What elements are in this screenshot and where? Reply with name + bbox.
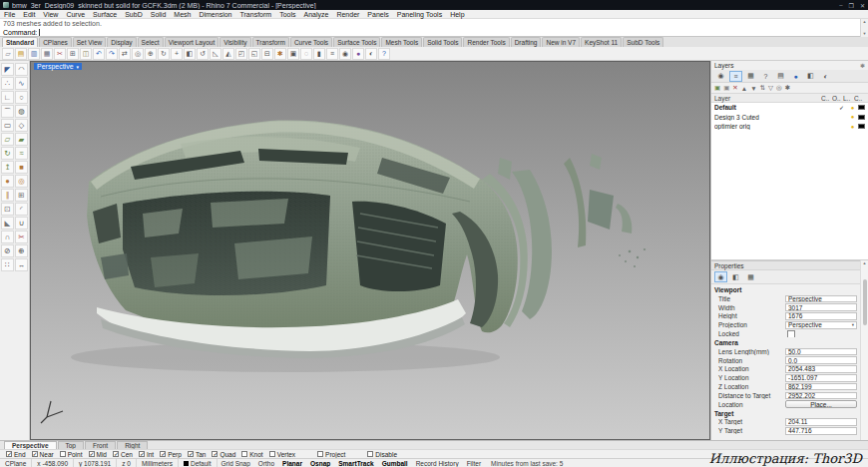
toolbar-tab[interactable]: Standard xyxy=(2,37,38,47)
osnap-toggle[interactable]: Tan xyxy=(188,451,206,458)
mesh-icon[interactable]: ⊞ xyxy=(15,189,28,202)
select-arrow-icon[interactable]: ◤ xyxy=(1,63,14,76)
sort-layers-icon[interactable]: ⇅ xyxy=(760,84,765,92)
menu-item[interactable]: Edit xyxy=(23,11,35,18)
scroll-up-icon[interactable]: ▲ xyxy=(863,20,867,24)
osnap-toggle[interactable]: Vertex xyxy=(269,451,295,458)
menu-item[interactable]: Paneling Tools xyxy=(397,11,442,18)
status-toggle[interactable]: Osnap xyxy=(306,460,334,467)
menu-item[interactable]: Panels xyxy=(367,11,388,18)
menu-item[interactable]: Transform xyxy=(240,11,272,18)
help-icon[interactable]: ? xyxy=(378,48,390,60)
property-value[interactable]: 50.0 xyxy=(785,348,857,356)
menu-item[interactable]: Curve xyxy=(66,11,85,18)
layer-color-swatch[interactable] xyxy=(858,124,865,129)
menu-item[interactable]: Dimension xyxy=(199,11,231,18)
move-icon[interactable]: + xyxy=(171,48,183,60)
menu-item[interactable]: SubD xyxy=(125,11,143,18)
pipe-icon[interactable]: ∥ xyxy=(1,189,14,202)
status-cell[interactable]: Default xyxy=(179,459,217,467)
boolean-union-icon[interactable]: ∪ xyxy=(15,217,28,230)
layer-manager-icon[interactable]: ≡ xyxy=(326,48,338,60)
move-layer-down-icon[interactable]: ▼ xyxy=(750,85,756,92)
toolbar-tab[interactable]: Render Tools xyxy=(463,37,509,47)
status-toggle[interactable]: Gumball xyxy=(378,460,412,467)
property-value[interactable]: Place... xyxy=(785,400,857,408)
rotate-view-icon[interactable]: ↻ xyxy=(158,48,170,60)
status-toggle[interactable]: SmartTrack xyxy=(334,460,377,467)
copy-icon[interactable]: ⊞ xyxy=(67,48,79,60)
dimension-icon[interactable]: ↔ xyxy=(15,258,28,271)
property-value[interactable]: Perspective xyxy=(785,321,857,329)
array-icon[interactable]: ∷ xyxy=(1,258,14,271)
filter-layers-icon[interactable]: ▽ xyxy=(768,84,773,92)
property-value[interactable]: 862.199 xyxy=(785,383,857,391)
osnap-toggle[interactable]: Cen xyxy=(113,451,133,458)
osnap-toggle[interactable]: Disable xyxy=(367,451,397,458)
menu-item[interactable]: File xyxy=(4,11,15,18)
open-file-icon[interactable]: ▤ xyxy=(15,48,27,60)
subd-icon[interactable]: ⊡ xyxy=(1,203,14,216)
fillet-icon[interactable]: ◜ xyxy=(15,203,28,216)
new-layer-icon[interactable]: ▣ xyxy=(714,84,720,92)
chamfer-icon[interactable]: ◣ xyxy=(1,217,14,230)
toolbar-tab[interactable]: New in V7 xyxy=(542,37,580,47)
layers-column-header[interactable]: O.. xyxy=(832,95,843,102)
scrollbar-thumb[interactable] xyxy=(863,279,867,325)
toolbar-tab[interactable]: Visibility xyxy=(219,37,250,47)
selection-brush-icon[interactable]: ◠ xyxy=(15,63,28,76)
maximize-button[interactable]: ❐ xyxy=(849,2,854,9)
toolbar-tab[interactable]: Curve Tools xyxy=(290,37,332,47)
mirror-icon[interactable]: ◭ xyxy=(222,48,234,60)
close-button[interactable]: ✕ xyxy=(860,2,865,9)
menu-item[interactable]: Tools xyxy=(279,11,295,18)
property-value[interactable]: 2952.202 xyxy=(785,392,857,400)
trim-icon[interactable]: ✂ xyxy=(15,231,28,243)
property-value[interactable]: 0.0 xyxy=(785,356,857,364)
menu-item[interactable]: Solid xyxy=(151,11,167,18)
trim-icon[interactable]: ◰ xyxy=(235,48,247,60)
menu-item[interactable]: Mesh xyxy=(174,11,191,18)
curve-icon[interactable]: ∿ xyxy=(15,77,28,90)
menu-item[interactable]: Help xyxy=(450,11,464,18)
scroll-down-icon[interactable]: ▼ xyxy=(863,32,867,36)
osnap-toggle[interactable]: Perp xyxy=(160,451,182,458)
property-value[interactable] xyxy=(785,330,857,338)
polygon-icon[interactable]: ◇ xyxy=(15,119,28,132)
material-tab-icon[interactable]: ◧ xyxy=(729,271,742,282)
status-toggle[interactable]: Filter xyxy=(463,460,485,467)
layers-column-headers[interactable]: Layer C..O..L..C.. xyxy=(711,94,868,103)
ellipse-icon[interactable]: ◍ xyxy=(15,105,28,118)
property-value[interactable]: 3017 xyxy=(785,303,857,311)
split-icon[interactable]: ◱ xyxy=(248,48,260,60)
toolbar-tab[interactable]: KeyShot 11 xyxy=(581,37,622,47)
copy-object-icon[interactable]: ◧ xyxy=(184,48,196,60)
display-tab-icon[interactable]: ▦ xyxy=(744,71,757,82)
bumper-3d-mesh[interactable] xyxy=(31,62,709,439)
viewport-tab[interactable]: Perspective xyxy=(4,441,57,449)
property-value[interactable]: Perspective xyxy=(785,295,857,303)
minimize-button[interactable]: – xyxy=(839,2,842,9)
extrude-icon[interactable]: ↥ xyxy=(1,161,14,174)
layers-column-header[interactable]: L.. xyxy=(843,95,854,102)
properties-scrollbar[interactable]: ▲ xyxy=(860,260,868,440)
property-value[interactable]: 1676 xyxy=(785,312,857,320)
layer-color-swatch[interactable] xyxy=(858,115,865,120)
layers-column-header[interactable]: C.. xyxy=(854,95,865,102)
print-icon[interactable]: ▦ xyxy=(41,48,53,60)
new-file-icon[interactable]: ▱ xyxy=(2,48,14,60)
polyline-icon[interactable]: ∟ xyxy=(1,91,14,104)
status-cell[interactable]: y 1078.191 xyxy=(74,459,117,467)
status-toggle[interactable]: Planar xyxy=(278,460,306,467)
toolbar-tab[interactable]: Transform xyxy=(252,37,289,47)
toolbar-tab[interactable]: Surface Tools xyxy=(333,37,380,47)
toolbar-tab[interactable]: SubD Tools xyxy=(623,37,663,47)
property-value[interactable]: 204.11 xyxy=(785,418,857,426)
status-cell[interactable]: x -458.090 xyxy=(32,459,74,467)
osnap-toggle[interactable]: Near xyxy=(32,451,54,458)
gear-icon[interactable]: ✱ xyxy=(860,62,865,69)
object-properties-tab-icon[interactable]: ◉ xyxy=(714,271,727,282)
group-icon[interactable]: ▣ xyxy=(287,48,299,60)
lightbulb-icon[interactable]: ● xyxy=(847,105,858,111)
viewport-tab[interactable]: Top xyxy=(58,441,84,449)
